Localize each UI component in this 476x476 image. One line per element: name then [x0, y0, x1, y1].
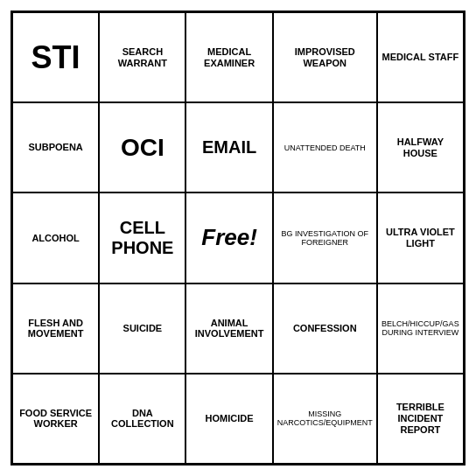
- cell-text-r4c2: HOMICIDE: [206, 413, 254, 424]
- cell-text-r4c0: FOOD SERVICE WORKER: [17, 408, 94, 430]
- cell-r0c3[interactable]: IMPROVISED WEAPON: [273, 12, 377, 102]
- cell-text-r0c4: MEDICAL STAFF: [382, 52, 459, 63]
- cell-r0c2[interactable]: MEDICAL EXAMINER: [186, 12, 272, 102]
- cell-r1c0[interactable]: SUBPOENA: [12, 102, 99, 192]
- cell-r4c2[interactable]: HOMICIDE: [186, 374, 272, 464]
- cell-text-r3c0: FLESH AND MOVEMENT: [17, 318, 94, 340]
- cell-text-r0c2: MEDICAL EXAMINER: [190, 46, 268, 68]
- cell-r3c0[interactable]: FLESH AND MOVEMENT: [12, 284, 99, 374]
- cell-text-r1c1: OCI: [121, 134, 164, 162]
- cell-r1c2[interactable]: EMAIL: [186, 102, 272, 192]
- cell-r3c4[interactable]: BELCH/HICCUP/GAS DURING INTERVIEW: [377, 284, 464, 374]
- cell-text-r1c2: EMAIL: [202, 137, 256, 158]
- cell-text-r3c1: SUICIDE: [123, 323, 163, 334]
- cell-r1c3[interactable]: UNATTENDED DEATH: [273, 102, 377, 192]
- bingo-card: STISEARCH WARRANTMEDICAL EXAMINERIMPROVI…: [10, 10, 466, 466]
- cell-r2c0[interactable]: ALCOHOL: [12, 192, 99, 283]
- cell-text-r2c2: Free!: [201, 225, 257, 251]
- cell-text-r0c1: SEARCH WARRANT: [103, 46, 181, 68]
- cell-r1c4[interactable]: HALFWAY HOUSE: [377, 102, 464, 192]
- cell-text-r4c1: DNA COLLECTION: [103, 408, 181, 430]
- cell-r2c3[interactable]: BG INVESTIGATION OF FOREIGNER: [273, 192, 377, 283]
- cell-r4c0[interactable]: FOOD SERVICE WORKER: [12, 374, 99, 464]
- cell-text-r4c4: TERRIBLE INCIDENT REPORT: [382, 402, 459, 435]
- cell-r2c1[interactable]: CELL PHONE: [99, 192, 186, 283]
- cell-text-r3c2: ANIMAL INVOLVEMENT: [190, 318, 268, 340]
- cell-r2c2[interactable]: Free!: [186, 192, 272, 283]
- cell-text-r1c3: UNATTENDED DEATH: [284, 144, 366, 152]
- cell-text-r3c4: BELCH/HICCUP/GAS DURING INTERVIEW: [382, 319, 459, 338]
- cell-r0c1[interactable]: SEARCH WARRANT: [99, 12, 186, 102]
- cell-text-r2c3: BG INVESTIGATION OF FOREIGNER: [277, 229, 373, 248]
- cell-text-r2c4: ULTRA VIOLET LIGHT: [382, 227, 459, 248]
- cell-text-r0c0: STI: [32, 39, 80, 75]
- cell-r3c1[interactable]: SUICIDE: [99, 284, 186, 374]
- cell-text-r2c0: ALCOHOL: [32, 233, 79, 244]
- cell-text-r1c0: SUBPOENA: [28, 142, 82, 153]
- cell-text-r0c3: IMPROVISED WEAPON: [277, 46, 373, 68]
- cell-r1c1[interactable]: OCI: [99, 102, 186, 192]
- cell-r4c4[interactable]: TERRIBLE INCIDENT REPORT: [377, 374, 464, 464]
- cell-r4c1[interactable]: DNA COLLECTION: [99, 374, 186, 464]
- cell-r0c0[interactable]: STI: [12, 12, 99, 102]
- cell-r3c2[interactable]: ANIMAL INVOLVEMENT: [186, 284, 272, 374]
- cell-r2c4[interactable]: ULTRA VIOLET LIGHT: [377, 192, 464, 283]
- cell-text-r3c3: CONFESSION: [293, 323, 357, 334]
- cell-r0c4[interactable]: MEDICAL STAFF: [377, 12, 464, 102]
- cell-text-r1c4: HALFWAY HOUSE: [382, 136, 459, 158]
- cell-text-r4c3: MISSING NARCOTICS/EQUIPMENT: [277, 410, 373, 428]
- cell-r3c3[interactable]: CONFESSION: [273, 284, 377, 374]
- cell-r4c3[interactable]: MISSING NARCOTICS/EQUIPMENT: [273, 374, 377, 464]
- cell-text-r2c1: CELL PHONE: [103, 218, 181, 258]
